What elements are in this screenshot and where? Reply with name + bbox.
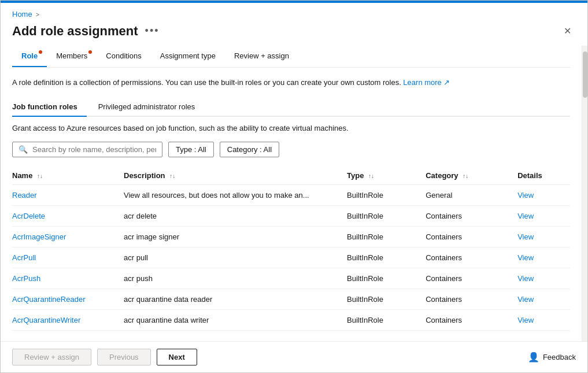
role-category: Containers [426, 289, 517, 309]
role-category: Containers [426, 247, 517, 268]
role-details-link[interactable]: View [517, 232, 534, 241]
role-type: BuiltInRole [347, 268, 426, 289]
col-header-name[interactable]: Name ↑↓ [12, 167, 124, 185]
role-name-link[interactable]: AcrImageSigner [12, 232, 66, 241]
tab-role[interactable]: Role [12, 46, 47, 67]
role-description: acr quarantine data writer [124, 309, 347, 330]
role-description: View all resources, but does not allow y… [124, 184, 347, 205]
role-name-link[interactable]: AcrQuarantineReader [12, 295, 85, 304]
role-details-link[interactable]: View [517, 253, 534, 262]
review-assign-button[interactable]: Review + assign [12, 349, 91, 365]
scrollbar-track[interactable] [582, 46, 587, 341]
col-header-description[interactable]: Description ↑↓ [124, 167, 347, 185]
tab-conditions[interactable]: Conditions [97, 46, 150, 67]
sub-tab-bar: Job function roles Privileged administra… [12, 98, 570, 117]
search-icon: 🔍 [19, 145, 28, 154]
table-row: AcrPushacr pushBuiltInRoleContainersView [12, 268, 570, 289]
page-header: Add role assignment ••• ✕ [1, 21, 587, 46]
role-type: BuiltInRole [347, 184, 426, 205]
search-box[interactable]: 🔍 [12, 142, 162, 157]
filter-row: 🔍 Type : All Category : All [12, 142, 570, 157]
previous-button[interactable]: Previous [97, 349, 151, 365]
content-area: Role Members Conditions Assignment type … [1, 46, 587, 341]
role-details-link[interactable]: View [517, 316, 534, 324]
tab-bar: Role Members Conditions Assignment type … [12, 46, 570, 68]
roles-table: Name ↑↓ Description ↑↓ Type ↑↓ Category … [12, 167, 570, 331]
feedback-button[interactable]: 👤 Feedback [528, 352, 576, 363]
role-type: BuiltInRole [347, 309, 426, 330]
role-description: acr quarantine data reader [124, 289, 347, 309]
table-row: AcrImageSigneracr image signerBuiltInRol… [12, 226, 570, 247]
role-description: acr delete [124, 205, 347, 226]
table-row: AcrQuarantineWriteracr quarantine data w… [12, 309, 570, 330]
role-type: BuiltInRole [347, 247, 426, 268]
scrollbar-thumb[interactable] [583, 51, 587, 98]
search-input[interactable] [32, 145, 156, 154]
footer: Review + assign Previous Next 👤 Feedback [1, 341, 587, 372]
breadcrumb: Home > [1, 3, 587, 21]
feedback-icon: 👤 [528, 352, 539, 363]
role-description: acr pull [124, 247, 347, 268]
learn-more-link[interactable]: Learn more ↗ [403, 78, 450, 87]
role-details-link[interactable]: View [517, 212, 534, 220]
page-title: Add role assignment [12, 24, 138, 39]
category-filter-pill[interactable]: Category : All [220, 142, 279, 157]
breadcrumb-home[interactable]: Home [12, 10, 32, 19]
sub-tab-privileged[interactable]: Privileged administrator roles [98, 98, 205, 117]
tab-review-assign[interactable]: Review + assign [225, 46, 298, 67]
role-category: General [426, 184, 517, 205]
role-category: Containers [426, 226, 517, 247]
role-category: Containers [426, 268, 517, 289]
tab-assignment-type[interactable]: Assignment type [151, 46, 225, 67]
sub-tab-description: Grant access to Azure resources based on… [12, 124, 570, 132]
col-header-type[interactable]: Type ↑↓ [347, 167, 426, 185]
table-row: AcrPullacr pullBuiltInRoleContainersView [12, 247, 570, 268]
table-row: AcrDeleteacr deleteBuiltInRoleContainers… [12, 205, 570, 226]
role-details-link[interactable]: View [517, 191, 534, 200]
table-header-row: Name ↑↓ Description ↑↓ Type ↑↓ Category … [12, 167, 570, 185]
header-left: Add role assignment ••• [12, 24, 160, 39]
col-header-details: Details [517, 167, 570, 185]
breadcrumb-separator: > [36, 11, 39, 18]
tab-members[interactable]: Members [47, 46, 97, 67]
role-name-link[interactable]: Reader [12, 191, 37, 200]
table-row: ReaderView all resources, but does not a… [12, 184, 570, 205]
role-description: acr push [124, 268, 347, 289]
role-details-link[interactable]: View [517, 274, 534, 283]
role-name-link[interactable]: AcrPush [12, 274, 40, 283]
role-details-link[interactable]: View [517, 295, 534, 304]
role-name-link[interactable]: AcrDelete [12, 212, 45, 220]
roles-table-container: Name ↑↓ Description ↑↓ Type ↑↓ Category … [12, 167, 570, 331]
role-category: Containers [426, 309, 517, 330]
table-body: ReaderView all resources, but does not a… [12, 184, 570, 330]
info-text: A role definition is a collection of per… [12, 77, 570, 88]
table-row: AcrQuarantineReaderacr quarantine data r… [12, 289, 570, 309]
role-category: Containers [426, 205, 517, 226]
role-type: BuiltInRole [347, 205, 426, 226]
role-type: BuiltInRole [347, 226, 426, 247]
role-name-link[interactable]: AcrPull [12, 253, 36, 262]
sub-tab-job-function[interactable]: Job function roles [12, 98, 87, 117]
col-header-category[interactable]: Category ↑↓ [426, 167, 517, 185]
close-button[interactable]: ✕ [559, 23, 576, 39]
main-window: Home > Add role assignment ••• ✕ Role Me… [0, 0, 588, 373]
type-filter-pill[interactable]: Type : All [168, 142, 214, 157]
feedback-label: Feedback [543, 353, 576, 361]
next-button[interactable]: Next [157, 349, 197, 365]
role-description: acr image signer [124, 226, 347, 247]
main-panel: Role Members Conditions Assignment type … [1, 46, 582, 341]
more-options-icon[interactable]: ••• [145, 25, 160, 37]
role-type: BuiltInRole [347, 289, 426, 309]
role-name-link[interactable]: AcrQuarantineWriter [12, 316, 80, 324]
